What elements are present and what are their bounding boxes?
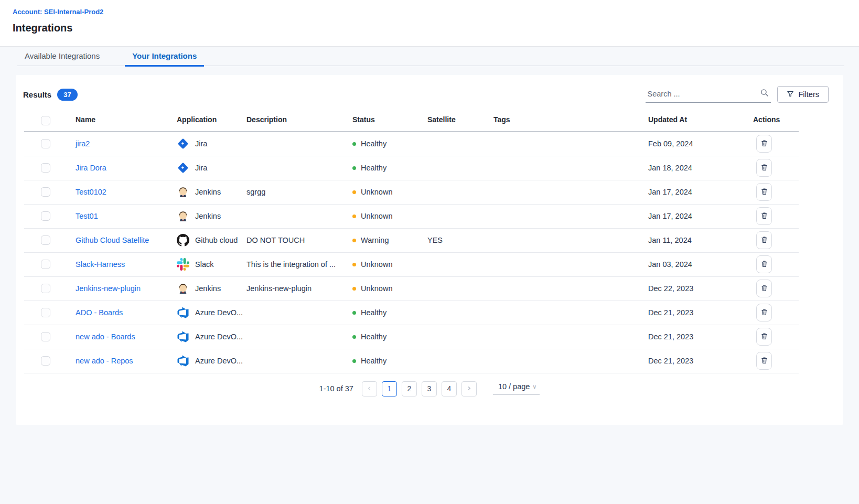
delete-button[interactable] [756,352,772,370]
application-label: Slack [195,260,213,269]
description-text [246,156,352,180]
status-dot [352,190,356,194]
next-page-button[interactable] [461,381,477,396]
row-checkbox[interactable] [41,260,50,269]
table-row: Github Cloud Satellite Github cloud DO N… [24,228,799,252]
pagination: 1-10 of 37 1 2 3 4 10 / page ∨ [16,381,843,396]
row-checkbox[interactable] [41,211,50,221]
table-row: new ado - Boards Azure DevO... Healthy D… [24,325,799,349]
row-checkbox[interactable] [41,139,50,148]
row-checkbox[interactable] [41,235,50,245]
integration-name-link[interactable]: new ado - Repos [76,357,133,365]
delete-button[interactable] [756,255,772,273]
trash-icon [760,284,768,294]
search-input[interactable] [648,90,760,98]
satellite-value [423,252,493,276]
satellite-value [423,301,493,325]
table-row: Jira Dora Jira Healthy Jan 18, 2024 [24,156,799,180]
updated-at-value: Dec 21, 2023 [648,349,753,373]
status-dot [352,359,356,363]
page-size-select[interactable]: 10 / page ∨ [493,382,540,395]
trash-icon [760,332,768,342]
row-checkbox[interactable] [41,308,50,317]
description-text [246,132,352,156]
application-label: Jenkins [195,188,221,196]
tab-bar: Available Integrations Your Integrations [17,47,844,66]
satellite-value [423,325,493,349]
integration-name-link[interactable]: ADO - Boards [76,308,123,317]
status-label: Unknown [361,188,392,196]
application-label: Azure DevO... [195,357,243,365]
tags-value [493,228,648,252]
page-button-3[interactable]: 3 [422,381,437,396]
tags-value [493,180,648,204]
description-text [246,301,352,325]
search-box [646,88,771,103]
filters-button[interactable]: Filters [777,86,829,103]
integration-name-link[interactable]: Jira Dora [76,164,106,172]
delete-button[interactable] [756,304,772,321]
page-button-1[interactable]: 1 [382,381,397,396]
integration-name-link[interactable]: Test0102 [76,188,106,196]
delete-button[interactable] [756,135,772,153]
row-checkbox[interactable] [41,332,50,341]
trash-icon [760,308,768,318]
status-dot [352,142,356,146]
azure-devops-icon [177,306,189,319]
column-header-updated-at: Updated At [648,115,753,132]
select-all-checkbox[interactable] [41,116,50,125]
chevron-right-icon [467,384,471,393]
description-text: DO NOT TOUCH [246,228,352,252]
row-checkbox[interactable] [41,163,50,173]
updated-at-value: Feb 09, 2024 [648,132,753,156]
jenkins-icon [177,282,189,295]
prev-page-button[interactable] [362,381,377,396]
integration-name-link[interactable]: Test01 [76,212,98,220]
status-label: Unknown [361,284,392,293]
delete-button[interactable] [756,207,772,225]
account-link[interactable]: Account: SEI-Internal-Prod2 [13,8,103,16]
updated-at-value: Dec 22, 2023 [648,276,753,301]
azure-devops-icon [177,355,189,367]
jira-icon [177,137,189,150]
column-header-satellite: Satellite [423,115,493,132]
page-button-4[interactable]: 4 [442,381,457,396]
jenkins-icon [177,186,189,198]
status-dot [352,166,356,170]
tags-value [493,132,648,156]
description-text [246,204,352,228]
integration-name-link[interactable]: Github Cloud Satellite [76,236,149,244]
row-checkbox[interactable] [41,284,50,293]
page-size-label: 10 / page [498,382,530,391]
integration-name-link[interactable]: Jenkins-new-plugin [76,284,141,293]
delete-button[interactable] [756,183,772,201]
status-dot [352,263,356,266]
delete-button[interactable] [756,328,772,346]
tab-available-integrations[interactable]: Available Integrations [17,51,107,66]
row-checkbox[interactable] [41,187,50,197]
tab-your-integrations[interactable]: Your Integrations [125,51,204,67]
status-label: Healthy [361,164,386,172]
delete-button[interactable] [756,231,772,249]
description-text [246,325,352,349]
application-label: Jenkins [195,212,221,220]
updated-at-value: Jan 18, 2024 [648,156,753,180]
status-dot [352,335,356,339]
tags-value [493,252,648,276]
page-header: Account: SEI-Internal-Prod2 Integrations [0,0,859,47]
satellite-value [423,156,493,180]
tags-value [493,276,648,301]
row-checkbox[interactable] [41,356,50,366]
trash-icon [760,235,768,245]
integration-name-link[interactable]: jira2 [76,140,90,148]
updated-at-value: Dec 21, 2023 [648,325,753,349]
integrations-table: Name Application Description Status Sate… [24,115,799,373]
column-header-tags: Tags [493,115,648,132]
integration-name-link[interactable]: new ado - Boards [76,333,135,341]
delete-button[interactable] [756,280,772,297]
jira-icon [177,162,189,174]
filters-label: Filters [799,90,819,99]
delete-button[interactable] [756,159,772,177]
integration-name-link[interactable]: Slack-Harness [76,260,125,269]
page-button-2[interactable]: 2 [402,381,417,396]
